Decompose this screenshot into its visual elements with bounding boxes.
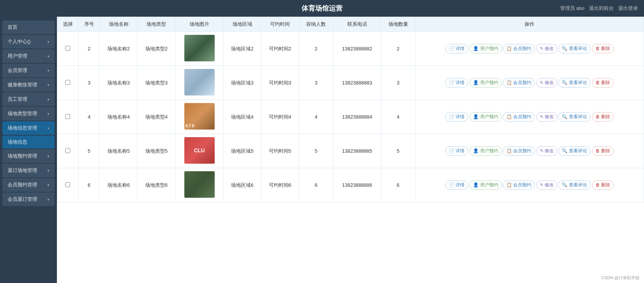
col-header: 序号 (79, 17, 100, 32)
row-checkbox[interactable] (65, 80, 70, 85)
member-book-button[interactable]: 📋 会员预约 (503, 44, 535, 53)
row-area: 场地区域5 (223, 134, 261, 168)
row-time: 可约时间2 (261, 32, 299, 66)
sidebar-item-user-mgmt[interactable]: 用户管理▾ (2, 49, 55, 63)
chevron-down-icon: ▾ (47, 169, 49, 173)
btn-logout[interactable]: 退出登录 (618, 5, 638, 12)
row-actions: 📄 详情👤 用户预约📋 会员预约✎ 修改🔍 查看评论🗑 删除 (415, 134, 644, 168)
row-id: 2 (79, 32, 100, 66)
sidebar-subitem-venue-info-sub[interactable]: 场地信息 (2, 136, 55, 149)
member-book-button[interactable]: 📋 会员预约 (503, 112, 535, 122)
detail-button[interactable]: 📄 详情 (445, 180, 468, 190)
btn-front[interactable]: 退出到前台 (589, 5, 614, 12)
row-phone: 13823888885 (333, 134, 381, 168)
row-time: 可约时间4 (261, 100, 299, 134)
row-type: 场地类型5 (138, 134, 176, 168)
row-id: 5 (79, 134, 100, 168)
row-actions: 📄 详情👤 用户预约📋 会员预约✎ 修改🔍 查看评论🗑 删除 (415, 32, 644, 66)
chevron-down-icon: ▾ (47, 112, 49, 116)
sidebar-item-member-booking-mgmt[interactable]: 会员预约管理▾ (2, 178, 55, 192)
delete-button[interactable]: 🗑 删除 (592, 180, 614, 190)
review-button[interactable]: 🔍 查看评论 (558, 112, 590, 122)
user-book-button[interactable]: 👤 用户预约 (470, 146, 501, 156)
sidebar-item-member-mgmt[interactable]: 会员管理▾ (2, 64, 55, 77)
detail-button[interactable]: 📄 详情 (445, 44, 468, 53)
row-area: 场地区域4 (223, 100, 261, 134)
row-id: 3 (79, 66, 100, 100)
row-time: 可约时间6 (261, 168, 299, 202)
row-checkbox[interactable] (65, 114, 70, 119)
detail-button[interactable]: 📄 详情 (445, 112, 468, 122)
sidebar-item-label: 会员管理 (8, 67, 27, 74)
review-button[interactable]: 🔍 查看评论 (558, 180, 590, 190)
col-header: 操作 (415, 17, 644, 32)
review-button[interactable]: 🔍 查看评论 (558, 78, 590, 88)
edit-button[interactable]: ✎ 修改 (536, 112, 557, 122)
chevron-down-icon: ▾ (47, 97, 49, 102)
row-area: 场地区域3 (223, 66, 261, 100)
row-image: CLU (184, 137, 215, 164)
sidebar-item-venue-type-mgmt[interactable]: 场地类型管理▾ (2, 107, 55, 120)
row-count: 2 (381, 32, 415, 66)
sidebar-item-personal[interactable]: 个人中心()▾ (2, 35, 55, 48)
delete-button[interactable]: 🗑 删除 (592, 146, 614, 156)
main-layout: 首页个人中心()▾用户管理▾会员管理▾健身教练管理▾员工管理▾场地类型管理▾场地… (0, 17, 644, 283)
row-phone: 13823888883 (333, 66, 381, 100)
row-name: 场地名称4 (100, 100, 138, 134)
row-checkbox[interactable] (65, 148, 70, 153)
sidebar-item-staff-mgmt[interactable]: 员工管理▾ (2, 92, 55, 106)
col-header: 选择 (57, 17, 79, 32)
row-capacity: 5 (299, 134, 333, 168)
sidebar-item-venue-booking-mgmt[interactable]: 场地预约管理▾ (2, 149, 55, 163)
edit-button[interactable]: ✎ 修改 (536, 78, 557, 88)
user-book-button[interactable]: 👤 用户预约 (470, 44, 501, 53)
sidebar-item-label: 退订场地管理 (8, 167, 37, 174)
edit-button[interactable]: ✎ 修改 (536, 146, 557, 156)
review-button[interactable]: 🔍 查看评论 (558, 44, 590, 53)
delete-button[interactable]: 🗑 删除 (592, 44, 614, 53)
row-capacity: 2 (299, 32, 333, 66)
chevron-down-icon: ▾ (47, 126, 49, 130)
row-name: 场地名称6 (100, 168, 138, 202)
header-actions: 管理员 abo 退出到前台 退出登录 (560, 5, 638, 12)
member-book-button[interactable]: 📋 会员预约 (503, 78, 535, 88)
row-phone: 13823888884 (333, 100, 381, 134)
row-checkbox[interactable] (65, 46, 70, 51)
row-name: 场地名称2 (100, 32, 138, 66)
member-book-button[interactable]: 📋 会员预约 (503, 146, 535, 156)
sidebar-item-home[interactable]: 首页 (2, 20, 55, 34)
sidebar-item-member-order-mgmt[interactable]: 会员退订管理▾ (2, 192, 55, 206)
edit-button[interactable]: ✎ 修改 (536, 44, 557, 53)
table-row: 4场地名称4场地类型46 7 8场地区域4可约时间44138238888844📄… (57, 100, 644, 134)
row-count: 6 (381, 168, 415, 202)
row-type: 场地类型4 (138, 100, 176, 134)
row-capacity: 6 (299, 168, 333, 202)
row-actions: 📄 详情👤 用户预约📋 会员预约✎ 修改🔍 查看评论🗑 删除 (415, 168, 644, 202)
table-row: 3场地名称3场地类型3场地区域3可约时间33138238888833📄 详情👤 … (57, 66, 644, 100)
member-book-button[interactable]: 📋 会员预约 (503, 180, 535, 190)
chevron-down-icon: ▾ (47, 69, 49, 73)
sidebar-item-order-venue-mgmt[interactable]: 退订场地管理▾ (2, 164, 55, 177)
detail-button[interactable]: 📄 详情 (445, 78, 468, 88)
detail-button[interactable]: 📄 详情 (445, 146, 468, 156)
table-row: 2场地名称2场地类型2场地区域2可约时间22138238888822📄 详情👤 … (57, 32, 644, 66)
row-phone: 13823888882 (333, 32, 381, 66)
row-type: 场地类型3 (138, 66, 176, 100)
review-button[interactable]: 🔍 查看评论 (558, 146, 590, 156)
user-book-button[interactable]: 👤 用户预约 (470, 78, 501, 88)
row-checkbox[interactable] (65, 182, 70, 187)
sidebar-item-coach-mgmt[interactable]: 健身教练管理▾ (2, 78, 55, 92)
row-name: 场地名称5 (100, 134, 138, 168)
row-name: 场地名称3 (100, 66, 138, 100)
row-count: 5 (381, 134, 415, 168)
edit-button[interactable]: ✎ 修改 (536, 180, 557, 190)
sidebar-item-label: 个人中心() (8, 38, 31, 45)
user-book-button[interactable]: 👤 用户预约 (470, 180, 501, 190)
delete-button[interactable]: 🗑 删除 (592, 112, 614, 122)
delete-button[interactable]: 🗑 删除 (592, 78, 614, 88)
row-image (184, 35, 215, 61)
user-book-button[interactable]: 👤 用户预约 (470, 112, 501, 122)
content-area: 选择序号场地名称场地类型场地图片场地区域可约时间容纳人数联系电话场地数量操作 2… (57, 17, 644, 283)
row-area: 场地区域2 (223, 32, 261, 66)
sidebar-item-venue-info-mgmt[interactable]: 场地信息管理▾ (2, 121, 55, 135)
